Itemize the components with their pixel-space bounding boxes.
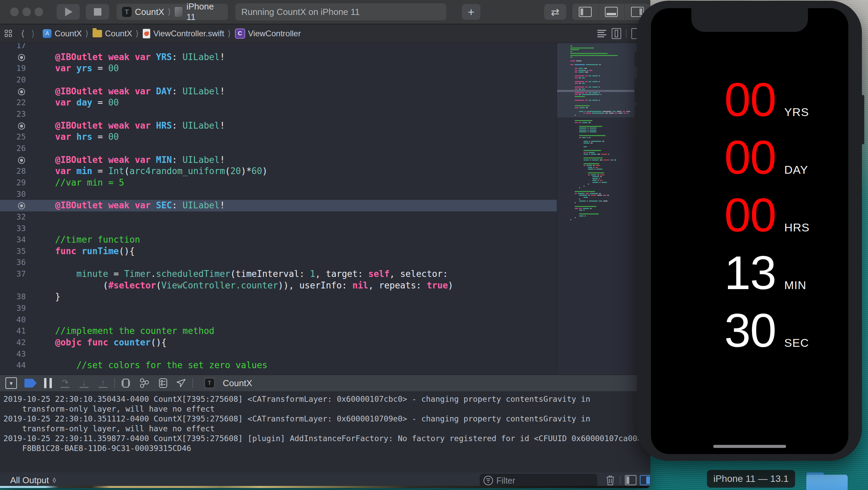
output-scope-popup[interactable]: All Output ˄˅: [10, 475, 56, 486]
window-zoom-button[interactable]: [35, 7, 43, 16]
forward-button[interactable]: ⟩: [31, 29, 35, 39]
line-gutter[interactable]: [0, 280, 26, 291]
code-line[interactable]: 22 var day = 00: [0, 97, 557, 109]
code-line[interactable]: 37 minute = Timer.scheduledTimer(timeInt…: [0, 268, 557, 280]
code-line[interactable]: @IBOutlet weak var MIN: UILabel!: [0, 154, 557, 166]
line-gutter[interactable]: 40: [0, 314, 26, 326]
line-gutter[interactable]: 35: [0, 246, 26, 257]
code-line[interactable]: 43: [0, 348, 557, 360]
line-gutter[interactable]: 22: [0, 97, 26, 109]
code-line[interactable]: 34 //timer function: [0, 234, 557, 246]
code-line[interactable]: @IBOutlet weak var HRS: UILabel!: [0, 120, 557, 132]
code-line[interactable]: 26: [0, 143, 557, 154]
console-view-toggle[interactable]: [640, 475, 650, 485]
step-into-button[interactable]: ↓: [78, 379, 90, 388]
code-line[interactable]: @IBOutlet weak var SEC: UILabel!: [0, 200, 557, 211]
line-gutter[interactable]: 28: [0, 166, 26, 177]
line-gutter[interactable]: [0, 120, 26, 132]
code-line[interactable]: 39: [0, 303, 557, 314]
code-line[interactable]: 42 @objc func counter(){: [0, 337, 557, 348]
breadcrumb-group[interactable]: CountX: [105, 29, 132, 38]
library-add-button[interactable]: +: [462, 4, 480, 20]
run-button[interactable]: [57, 4, 80, 20]
line-gutter[interactable]: 44: [0, 360, 26, 371]
simulate-location-button[interactable]: [176, 378, 187, 389]
breadcrumb-project[interactable]: CountX: [55, 29, 82, 38]
line-gutter[interactable]: 29: [0, 177, 26, 189]
code-line[interactable]: 17: [0, 43, 557, 52]
line-gutter[interactable]: 41: [0, 325, 26, 337]
line-gutter[interactable]: 30: [0, 189, 26, 200]
line-gutter[interactable]: [0, 200, 26, 211]
ib-outlet-connection-icon[interactable]: [18, 54, 25, 61]
debug-process-menu[interactable]: T CountX: [204, 377, 252, 389]
line-gutter[interactable]: [0, 154, 26, 166]
step-over-button[interactable]: ↷: [59, 379, 71, 388]
ib-outlet-connection-icon[interactable]: [18, 157, 25, 164]
breadcrumb-file[interactable]: ViewController.swift: [153, 29, 224, 38]
line-gutter[interactable]: 32: [0, 211, 26, 223]
source-editor[interactable]: 17 @IBOutlet weak var YRS: UILabel!19 va…: [0, 43, 557, 375]
code-line[interactable]: 35 func runTime(){: [0, 246, 557, 257]
iphone-screen[interactable]: 00YRS00DAY00HRS13MIN30SEC: [651, 8, 848, 454]
ib-outlet-connection-icon[interactable]: [18, 88, 25, 95]
code-line[interactable]: (#selector(ViewController.counter)), use…: [0, 280, 557, 291]
line-gutter[interactable]: 17: [0, 43, 26, 52]
environment-overrides-button[interactable]: [158, 378, 169, 389]
back-button[interactable]: ⟨: [21, 29, 24, 39]
line-gutter[interactable]: 42: [0, 337, 26, 348]
line-gutter[interactable]: [0, 52, 26, 63]
pause-execution-button[interactable]: [44, 378, 52, 388]
code-line[interactable]: 25 var hrs = 00: [0, 131, 557, 143]
view-hierarchy-button[interactable]: [120, 378, 131, 389]
line-gutter[interactable]: [0, 86, 26, 97]
window-minimize-button[interactable]: [22, 7, 31, 16]
editor-swap-button[interactable]: ⇄: [544, 4, 566, 20]
line-gutter[interactable]: 20: [0, 74, 26, 86]
code-line[interactable]: 40: [0, 314, 557, 326]
code-line[interactable]: 38 }: [0, 291, 557, 303]
code-line[interactable]: 30: [0, 189, 557, 200]
scheme-selector[interactable]: T CountX ⟩ iPhone 11: [117, 4, 228, 20]
line-gutter[interactable]: 26: [0, 143, 26, 154]
line-gutter[interactable]: 33: [0, 223, 26, 234]
console-output[interactable]: 2019-10-25 22:30:10.350434-0400 CountX[7…: [0, 392, 650, 472]
code-line[interactable]: @IBOutlet weak var YRS: UILabel!: [0, 52, 557, 63]
ib-outlet-connection-icon[interactable]: [18, 122, 25, 130]
code-line[interactable]: 20: [0, 74, 557, 86]
stop-button[interactable]: [86, 4, 109, 20]
code-line[interactable]: 29 //var min = 5: [0, 177, 557, 189]
code-line[interactable]: @IBOutlet weak var DAY: UILabel!: [0, 86, 557, 97]
ib-outlet-connection-icon[interactable]: [18, 202, 25, 209]
line-gutter[interactable]: 36: [0, 257, 26, 268]
code-line[interactable]: 19 var yrs = 00: [0, 63, 557, 74]
line-gutter[interactable]: 38: [0, 291, 26, 303]
line-gutter[interactable]: 19: [0, 63, 26, 74]
code-line[interactable]: 32: [0, 211, 557, 223]
add-editor-icon[interactable]: [612, 28, 621, 39]
step-out-button[interactable]: ↑: [97, 379, 109, 388]
editor-options-icon[interactable]: [597, 30, 606, 37]
window-close-button[interactable]: [10, 7, 19, 16]
line-gutter[interactable]: 25: [0, 131, 26, 143]
toggle-navigator-button[interactable]: [572, 4, 598, 20]
line-gutter[interactable]: 37: [0, 268, 26, 280]
code-line[interactable]: 36: [0, 257, 557, 268]
breakpoints-toggle-button[interactable]: [24, 379, 37, 388]
hide-debug-area-button[interactable]: ▼: [5, 377, 17, 389]
simulator-window[interactable]: 00YRS00DAY00HRS13MIN30SEC: [637, 1, 862, 461]
code-line[interactable]: 28 var min = Int(arc4random_uniform(20)*…: [0, 166, 557, 177]
line-gutter[interactable]: 43: [0, 348, 26, 360]
clear-console-button[interactable]: [605, 474, 615, 487]
code-line[interactable]: 41 //implement the counter method: [0, 325, 557, 337]
related-items-icon[interactable]: [5, 30, 12, 37]
variables-view-toggle[interactable]: [625, 475, 636, 485]
code-line[interactable]: 23: [0, 109, 557, 120]
code-line[interactable]: 44 //set colors for the set zero values: [0, 360, 557, 371]
line-gutter[interactable]: 39: [0, 303, 26, 314]
toggle-debug-area-button[interactable]: [598, 4, 625, 20]
line-gutter[interactable]: 23: [0, 109, 26, 120]
console-filter-field[interactable]: Filter: [480, 474, 597, 487]
code-line[interactable]: 33: [0, 223, 557, 234]
line-gutter[interactable]: 34: [0, 234, 26, 246]
